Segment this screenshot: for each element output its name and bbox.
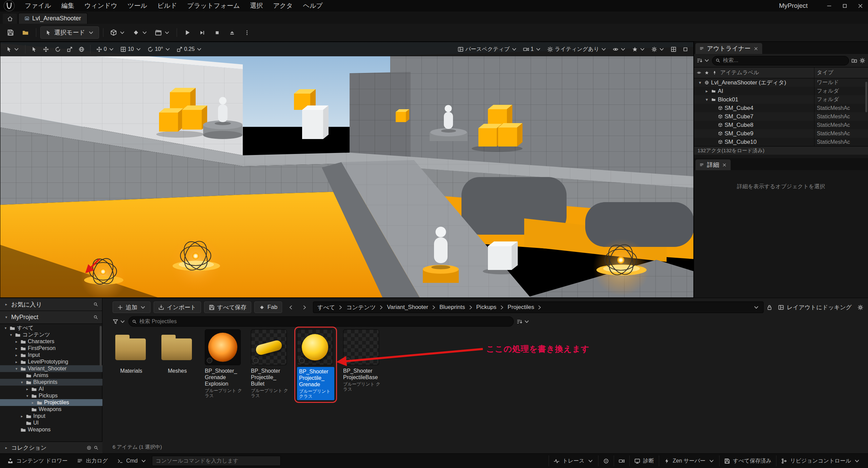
tree-caret[interactable]: ▸ [14,360,19,364]
content-tree-item[interactable]: ▸ LevelPrototyping [0,358,102,365]
statusbar-item[interactable]: トレース [549,455,598,466]
rotate-tool-button[interactable] [53,44,63,54]
asset-tile[interactable]: Meshes [159,329,196,400]
row-caret[interactable]: ▸ [704,89,709,94]
statusbar-item[interactable]: 診断 [629,455,659,466]
tab-details[interactable]: 詳細 [695,159,731,170]
output-log-button[interactable]: 出力ログ [73,455,112,466]
viewport-settings-button[interactable] [649,44,667,54]
content-tree-item[interactable]: ▾ すべて [0,325,102,331]
row-caret[interactable]: ▾ [697,80,703,85]
content-tree-item[interactable]: ▾ Pickups [0,392,102,399]
blueprints-button[interactable] [130,26,150,39]
outliner-row[interactable]: SM_Cube8 StaticMeshAc [694,121,868,129]
move-tool-button[interactable] [41,44,51,54]
outliner-row[interactable]: ▾ Lvl_ArenaShooter (エディタ) ワールド [694,78,868,87]
menu-platform[interactable]: プラットフォーム [182,0,245,12]
content-tree-item[interactable]: Weapons [0,406,102,413]
content-tree-item[interactable]: Anims [0,372,102,379]
cmd-select[interactable]: Cmd [113,455,151,466]
level-viewport[interactable]: 0 10 10° 0.25 パースペクティブ 1 ライティングあり [0,42,694,298]
statusbar-item[interactable]: リビジョンコントロール [776,455,865,466]
asset-tile[interactable]: BP_Shooter Projectile_ Bullet ブループリント クラ… [251,329,288,400]
asset-tile[interactable]: Materials [113,329,150,400]
content-tree-item[interactable]: ▸ FirstPerson [0,345,102,352]
close-icon[interactable] [754,46,758,51]
lock-icon[interactable] [767,305,772,310]
tree-scrollbar[interactable] [100,326,102,367]
new-folder-icon[interactable] [851,58,857,63]
asset-thumbnail[interactable] [251,329,287,365]
search-icon[interactable] [94,315,98,319]
play-button[interactable] [181,26,194,39]
project-section[interactable]: ▾ MyProject [0,311,102,324]
column-item-label[interactable]: アイテムラベル [720,69,759,76]
perspective-select[interactable]: パースペクティブ [455,44,519,54]
tree-caret[interactable]: ▾ [25,394,29,398]
menu-build[interactable]: ビルド [152,0,182,12]
menu-tools[interactable]: ツール [122,0,152,12]
breadcrumb-item[interactable]: すべて [317,304,346,311]
tree-caret[interactable]: ▸ [14,353,19,357]
cinematics-button[interactable] [152,26,173,39]
content-tree-item[interactable]: ▾ コンテンツ [0,331,102,338]
content-tree-item[interactable]: Weapons [0,426,102,433]
asset-thumbnail[interactable] [297,329,333,365]
menu-window[interactable]: ウィンドウ [79,0,122,12]
breadcrumb-item[interactable]: Variant_Shooter [387,304,439,311]
outliner-row[interactable]: ▾ Block01 フォルダ [694,95,868,104]
breadcrumb-item[interactable]: コンテンツ [346,304,386,311]
menu-file[interactable]: ファイル [20,0,56,12]
content-tree-item[interactable]: ▸ Input [0,413,102,420]
content-tree-item[interactable]: ▾ Blueprints [0,379,102,386]
asset-tile[interactable]: BP_Shooter_ Grenade Explosion ブループリント クラ… [205,329,242,400]
frame-skip-button[interactable] [196,26,209,39]
back-button[interactable] [285,302,296,313]
asset-thumbnail[interactable] [205,329,241,365]
content-tree-item[interactable]: ▾ Variant_Shooter [0,365,102,372]
save-button[interactable] [4,26,17,39]
content-tree-item[interactable]: UI [0,420,102,426]
grid-snap-control[interactable]: 10 [118,44,144,54]
outliner-filter-button[interactable] [697,58,710,63]
visibility-column-icon[interactable] [697,71,701,75]
tree-caret[interactable]: ▾ [14,367,19,371]
tree-caret[interactable]: ▸ [31,401,35,405]
editor-mode-select[interactable]: 選択モード [40,26,99,39]
statusbar-item[interactable]: Zen サーバー [659,455,719,466]
home-button[interactable] [3,14,17,24]
content-tree-item[interactable]: ▸ Characters [0,338,102,345]
tree-caret[interactable]: ▾ [20,380,24,385]
maximize-viewport-button[interactable] [680,44,691,54]
statusbar-item[interactable] [614,455,629,466]
outliner-settings-icon[interactable] [860,58,865,63]
browse-content-button[interactable] [19,26,32,39]
close-button[interactable] [852,0,868,12]
tab-level[interactable]: Lvl_ArenaShooter [18,13,87,24]
asset-thumbnail[interactable] [343,329,379,365]
row-caret[interactable]: ▾ [704,97,709,102]
content-tree-item[interactable]: ▸ Input [0,352,102,358]
tree-caret[interactable]: ▾ [9,333,13,337]
tree-caret[interactable]: ▾ [3,326,8,330]
scale-snap-control[interactable]: 0.25 [174,44,204,54]
stop-button[interactable] [211,26,224,39]
asset-thumbnail[interactable] [113,329,149,365]
favorite-column-icon[interactable] [705,71,709,75]
asset-tile[interactable]: BP_Shooter Projectile_ Grenade ブループリント ク… [297,329,334,400]
asset-thumbnail[interactable] [159,329,195,365]
tree-caret[interactable]: ▸ [20,414,24,418]
add-button[interactable]: 追加 [113,301,151,313]
asset-tile[interactable]: BP_Shooter ProjectileBase ブループリント クラス [343,329,380,400]
viewport-options-button[interactable] [4,44,22,54]
show-flags-button[interactable] [610,44,628,54]
menu-select[interactable]: 選択 [245,0,268,12]
collections-section[interactable]: ▸ コレクション [0,442,102,454]
outliner-scrollbar[interactable] [865,82,867,112]
pin-column-icon[interactable] [712,71,717,75]
statusbar-item[interactable] [598,455,614,466]
tree-caret[interactable]: ▸ [25,387,29,391]
outliner-row[interactable]: SM_Cube10 StaticMeshAc [694,138,868,146]
tab-outliner[interactable]: アウトライナー [695,43,762,54]
scale-tool-button[interactable] [64,44,75,54]
